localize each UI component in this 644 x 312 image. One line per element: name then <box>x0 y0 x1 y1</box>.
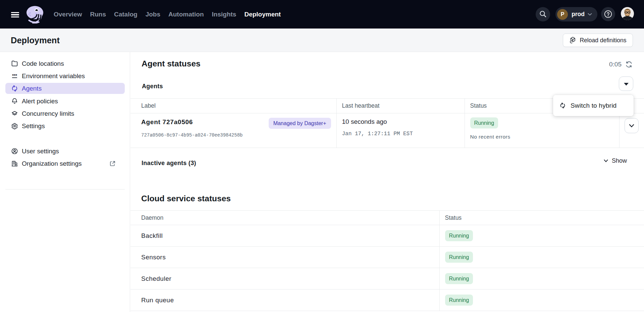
svg-text:***: *** <box>12 73 17 78</box>
